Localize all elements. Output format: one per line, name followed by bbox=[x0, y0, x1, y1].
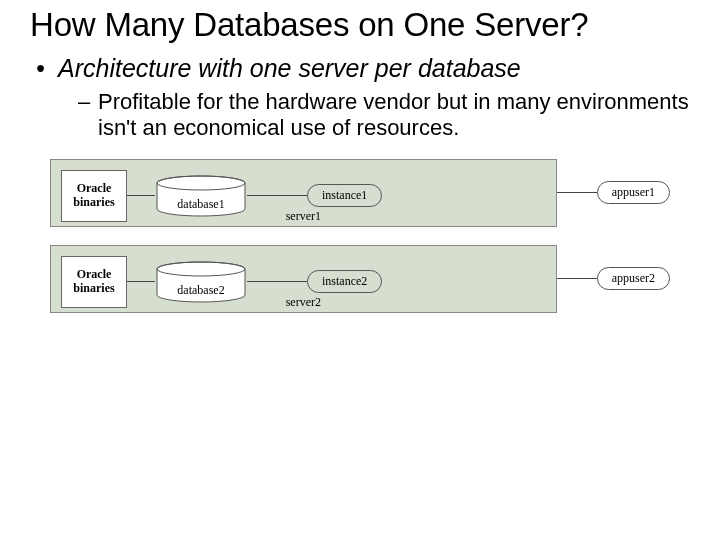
connector-line bbox=[557, 192, 597, 193]
appuser-pill-1: appuser1 bbox=[597, 181, 670, 204]
server-block-1: Oracle binaries database1 bbox=[50, 159, 670, 227]
bullet-level-1: Architecture with one server per databas… bbox=[30, 54, 690, 83]
appuser-cell-2: appuser2 bbox=[557, 267, 670, 290]
architecture-diagram: Oracle binaries database1 bbox=[30, 159, 690, 313]
server-block-2: Oracle binaries database2 bbox=[50, 245, 670, 313]
slide: How Many Databases on One Server? Archit… bbox=[0, 0, 720, 313]
connector-line bbox=[127, 281, 155, 282]
server-label-2: server2 bbox=[51, 293, 556, 310]
bullet-level-2: Profitable for the hardware vendor but i… bbox=[30, 89, 690, 141]
appuser-pill-2: appuser2 bbox=[597, 267, 670, 290]
binaries-label-1: Oracle bbox=[62, 182, 126, 196]
connector-line bbox=[557, 278, 597, 279]
connector-line bbox=[247, 281, 307, 282]
slide-title: How Many Databases on One Server? bbox=[30, 6, 690, 44]
connector-line bbox=[127, 195, 155, 196]
appuser-cell-1: appuser1 bbox=[557, 181, 670, 204]
server-2-container: Oracle binaries database2 bbox=[50, 245, 557, 313]
connector-line bbox=[247, 195, 307, 196]
server-label-1: server1 bbox=[51, 207, 556, 224]
server-1-container: Oracle binaries database1 bbox=[50, 159, 557, 227]
instance-pill-2: instance2 bbox=[307, 270, 382, 293]
instance-pill-1: instance1 bbox=[307, 184, 382, 207]
binaries-label-1: Oracle bbox=[62, 268, 126, 282]
